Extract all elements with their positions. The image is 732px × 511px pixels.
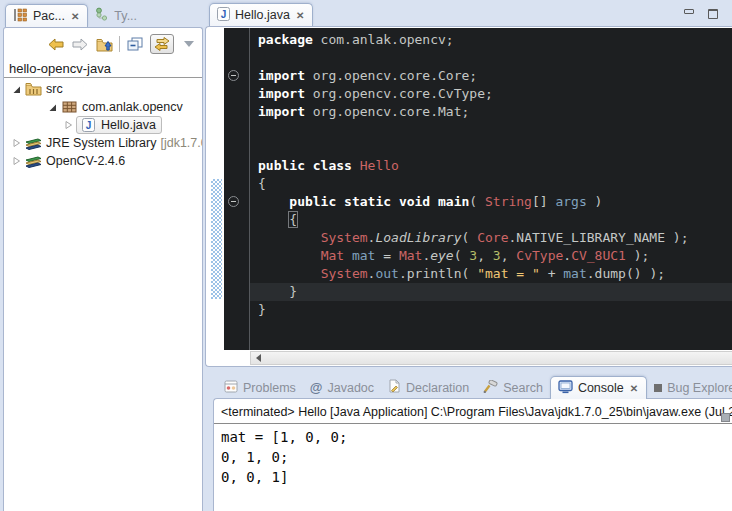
tree-item-label: OpenCV-2.4.6 <box>46 154 125 168</box>
console-output-line: mat = [1, 0, 0; <box>221 427 732 447</box>
code-line[interactable]: import org.opencv.core.Mat; <box>258 103 732 121</box>
collapsed-arrow-icon[interactable] <box>62 120 74 130</box>
java-file-icon: J <box>79 118 97 132</box>
javadoc-icon: @ <box>310 380 323 395</box>
declaration-icon <box>388 379 401 396</box>
code-line[interactable]: System.out.println( "mat = " + mat.dump(… <box>258 265 732 283</box>
folder-up-icon[interactable] <box>95 35 113 53</box>
tab-hello-java[interactable]: J Hello.java ✕ <box>209 3 313 26</box>
code-line[interactable]: System.LoadLibrary( Core.NATIVE_LIBRARY_… <box>258 229 732 247</box>
tab-console[interactable]: Console ✕ <box>550 376 647 399</box>
code-line[interactable]: public class Hello <box>258 157 732 175</box>
view-menu-icon[interactable] <box>180 35 198 53</box>
search-icon <box>483 380 498 396</box>
code-line[interactable]: import org.opencv.core.CvType; <box>258 85 732 103</box>
tab-search[interactable]: Search <box>476 376 550 399</box>
expanded-arrow-icon[interactable] <box>46 103 58 112</box>
console-output[interactable]: mat = [1, 0, 0; 0, 1, 0; 0, 0, 1] <box>214 424 732 487</box>
tab-label: Console <box>578 381 624 395</box>
maximize-icon[interactable] <box>708 9 718 19</box>
project-name[interactable]: hello-opencv-java <box>9 61 111 76</box>
console-process-label: <terminated> Hello [Java Application] C:… <box>214 399 732 424</box>
tree-item-decoration: [jdk1.7.0 <box>160 136 202 150</box>
svg-text:J: J <box>85 120 91 131</box>
code-line[interactable]: package com.anlak.opencv; <box>258 31 732 49</box>
editor-horizontal-scrollbar[interactable] <box>250 351 732 365</box>
tree-item-label: Hello.java <box>101 118 156 132</box>
collapsed-arrow-icon[interactable] <box>10 138 22 148</box>
tab-javadoc[interactable]: @ Javadoc <box>303 376 381 399</box>
package-explorer-view: hello-opencv-java src com.anlak.opencv <box>3 27 203 511</box>
tab-package-explorer[interactable]: Pac... ✕ <box>5 4 88 27</box>
editor-body: package com.anlak.opencv; import org.ope… <box>210 28 732 350</box>
link-with-editor-icon[interactable] <box>150 34 174 54</box>
plugin-square-icon <box>654 384 662 392</box>
type-hierarchy-icon <box>95 7 109 24</box>
package-explorer-icon <box>13 8 28 25</box>
tab-problems[interactable]: Problems <box>217 376 303 399</box>
annotation-ruler[interactable] <box>210 28 224 350</box>
code-line[interactable]: { <box>258 211 732 229</box>
project-separator <box>4 77 202 78</box>
back-arrow-icon[interactable] <box>47 35 65 53</box>
code-line[interactable]: Mat mat = Mat.eye( 3, 3, CvType.CV_8UC1 … <box>258 247 732 265</box>
fold-collapse-icon[interactable] <box>228 70 239 81</box>
code-line[interactable]: import org.opencv.core.Core; <box>258 67 732 85</box>
tab-label: Ty... <box>114 9 137 23</box>
tree-item-hello-java[interactable]: J Hello.java <box>4 116 202 134</box>
tree-item-label: JRE System Library <box>46 136 156 150</box>
tree-item-jre-library[interactable]: JRE System Library [jdk1.7.0 <box>4 134 202 152</box>
console-output-line: 0, 1, 0; <box>221 447 732 467</box>
tab-label: Problems <box>243 381 296 395</box>
svg-text:J: J <box>221 8 227 19</box>
library-icon <box>24 137 42 150</box>
tab-type-hierarchy[interactable]: Ty... <box>88 4 144 27</box>
library-icon <box>24 155 42 168</box>
collapsed-arrow-icon[interactable] <box>10 156 22 166</box>
fold-collapse-icon[interactable] <box>228 196 239 207</box>
code-text-area[interactable]: package com.anlak.opencv; import org.ope… <box>250 28 732 350</box>
bottom-view-tabbar: Problems @ Javadoc Declaration Search Co… <box>217 375 732 399</box>
tab-declaration[interactable]: Declaration <box>381 376 476 399</box>
tree-item-label: com.anlak.opencv <box>82 100 183 114</box>
collapse-all-icon[interactable] <box>126 35 144 53</box>
console-toolbar-icon[interactable] <box>721 413 730 422</box>
forward-arrow-icon[interactable] <box>71 35 89 53</box>
left-view-tabbar: Pac... ✕ Ty... <box>5 3 144 27</box>
tab-label: Pac... <box>33 9 65 23</box>
code-line[interactable]: } <box>250 283 732 301</box>
code-line[interactable]: { <box>258 175 732 193</box>
tree-item-opencv-library[interactable]: OpenCV-2.4.6 <box>4 152 202 170</box>
minimize-icon[interactable] <box>684 9 694 14</box>
scroll-left-arrow-icon[interactable] <box>256 354 261 362</box>
tab-bug-explorer[interactable]: Bug Explorer <box>647 376 732 399</box>
code-line[interactable]: public static void main( String[] args ) <box>258 193 732 211</box>
close-icon[interactable]: ✕ <box>70 11 80 22</box>
console-icon <box>558 380 573 397</box>
code-line[interactable] <box>258 49 732 67</box>
code-line[interactable]: } <box>258 301 732 319</box>
tree-item-src[interactable]: src <box>4 80 202 98</box>
tab-label: Search <box>503 381 543 395</box>
tab-label: Hello.java <box>235 8 290 22</box>
project-tree: src com.anlak.opencv J Hello.java <box>4 80 202 511</box>
expanded-arrow-icon[interactable] <box>10 85 22 94</box>
tree-item-package[interactable]: com.anlak.opencv <box>4 98 202 116</box>
tree-item-label: src <box>46 82 63 96</box>
code-line[interactable] <box>258 121 732 139</box>
editor-tabbar: J Hello.java ✕ <box>209 2 313 26</box>
folding-ruler[interactable] <box>224 28 250 350</box>
console-output-line: 0, 0, 1] <box>221 467 732 487</box>
java-file-icon: J <box>217 7 230 24</box>
toolbar-separator <box>119 36 120 52</box>
selected-item-box: J Hello.java <box>76 116 162 134</box>
console-view: <terminated> Hello [Java Application] C:… <box>213 398 732 511</box>
package-icon <box>60 101 78 113</box>
java-editor: package com.anlak.opencv; import org.ope… <box>205 26 732 367</box>
view-window-buttons <box>684 9 718 19</box>
range-indicator <box>211 179 222 299</box>
close-icon[interactable]: ✕ <box>295 10 305 21</box>
source-folder-icon <box>24 82 42 96</box>
code-line[interactable] <box>258 139 732 157</box>
close-icon[interactable]: ✕ <box>629 383 639 394</box>
